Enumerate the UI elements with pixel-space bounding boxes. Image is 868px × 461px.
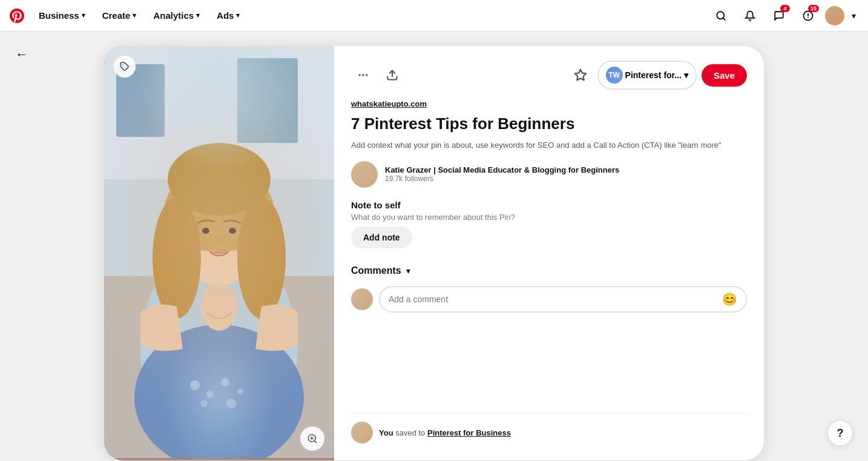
nav-create[interactable]: Create ▾ <box>95 5 144 25</box>
svg-point-35 <box>362 74 364 76</box>
svg-line-1 <box>723 18 725 19</box>
nav-right-actions: 4 15 ▾ <box>709 4 858 28</box>
comments-title: Comments <box>351 265 401 276</box>
comments-section: Comments ▾ 😊 <box>351 265 747 313</box>
messages-button[interactable]: 4 <box>767 4 791 28</box>
saved-user-avatar <box>351 422 373 443</box>
nav-business[interactable]: Business ▾ <box>31 5 93 25</box>
emoji-button[interactable]: 😊 <box>722 292 737 307</box>
note-section: Note to self What do you want to remembe… <box>351 200 747 248</box>
more-options-button[interactable] <box>351 63 375 87</box>
share-button[interactable] <box>380 63 404 87</box>
comments-header[interactable]: Comments ▾ <box>351 265 747 276</box>
profile-chevron[interactable]: ▾ <box>849 8 858 23</box>
board-selector[interactable]: TW Pinterest for... ▾ <box>597 61 697 90</box>
note-label: Note to self <box>351 200 747 210</box>
board-chevron-icon: ▾ <box>684 70 688 80</box>
comment-input-wrap[interactable]: 😊 <box>379 286 747 313</box>
creator-name: Katie Grazer | Social Media Educator & B… <box>385 165 619 174</box>
svg-marker-38 <box>574 70 585 80</box>
chevron-down-icon: ▾ <box>236 12 240 19</box>
bookmark-button[interactable] <box>568 63 593 87</box>
photo-overlay <box>104 46 334 460</box>
back-button[interactable]: ← <box>10 42 34 67</box>
add-note-button[interactable]: Add note <box>351 227 412 248</box>
tag-button[interactable] <box>114 56 136 78</box>
save-button[interactable]: Save <box>702 64 747 87</box>
creator-row: Katie Grazer | Social Media Educator & B… <box>351 161 747 188</box>
chevron-down-icon: ▾ <box>82 12 85 19</box>
notification-button[interactable] <box>738 4 762 28</box>
pin-image-side <box>104 46 334 460</box>
alerts-button[interactable]: 15 <box>796 4 820 28</box>
pinterest-logo[interactable] <box>10 8 24 23</box>
comments-chevron-icon: ▾ <box>406 266 410 276</box>
note-hint: What do you want to remember about this … <box>351 213 747 222</box>
pin-actions-right: TW Pinterest for... ▾ Save <box>568 61 747 90</box>
pin-description: Add context what your pin is about, use … <box>351 139 747 151</box>
comment-input-row: 😊 <box>351 286 747 313</box>
pin-source-link[interactable]: whatskatieupto.com <box>351 99 747 108</box>
chevron-down-icon: ▾ <box>133 12 136 19</box>
search-button[interactable] <box>709 4 733 28</box>
nav-ads[interactable]: Ads ▾ <box>209 5 247 25</box>
nav-analytics[interactable]: Analytics ▾ <box>146 5 207 25</box>
svg-point-34 <box>359 74 361 76</box>
saved-text: You saved to Pinterest for Business <box>379 428 511 437</box>
comment-input[interactable] <box>389 294 722 304</box>
creator-avatar <box>351 161 378 188</box>
user-avatar[interactable] <box>825 6 844 25</box>
chevron-down-icon: ▾ <box>196 12 200 19</box>
pin-actions-left <box>351 63 404 87</box>
lens-button[interactable] <box>300 426 324 451</box>
pin-modal: TW Pinterest for... ▾ Save whatskatieupt… <box>104 46 764 460</box>
help-button[interactable]: ? <box>827 420 853 446</box>
saved-board-link[interactable]: Pinterest for Business <box>427 428 511 437</box>
pin-actions-top: TW Pinterest for... ▾ Save <box>351 61 747 90</box>
main-content: TW Pinterest for... ▾ Save whatskatieupt… <box>0 0 868 461</box>
svg-point-36 <box>366 74 367 76</box>
saved-indicator-row: You saved to Pinterest for Business <box>351 413 747 443</box>
creator-followers: 19.7k followers <box>385 174 619 183</box>
comment-user-avatar <box>351 288 373 310</box>
pin-title: 7 Pinterest Tips for Beginners <box>351 114 747 133</box>
board-label: Pinterest for... <box>625 70 682 80</box>
navbar: Business ▾ Create ▾ Analytics ▾ Ads ▾ 4 <box>0 0 868 32</box>
pin-detail-side: TW Pinterest for... ▾ Save whatskatieupt… <box>334 46 764 458</box>
